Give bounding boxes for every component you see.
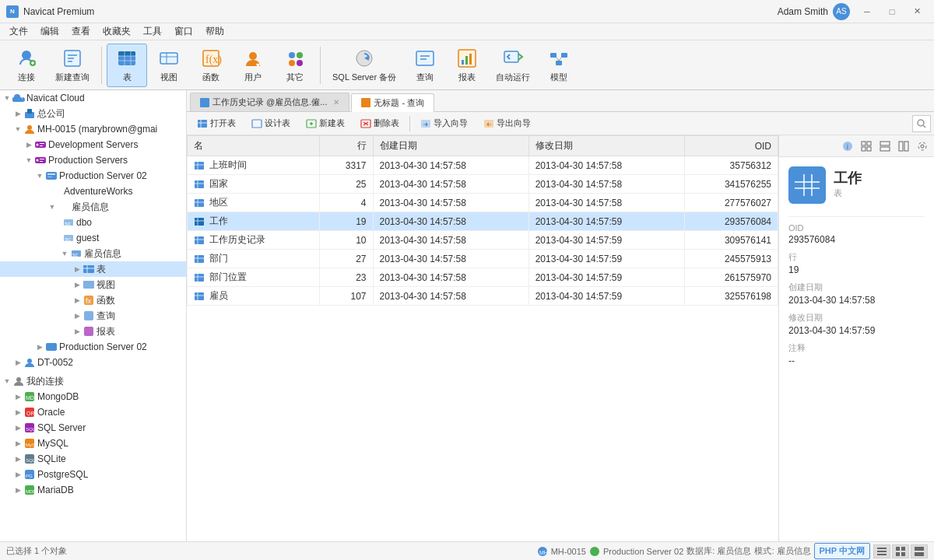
toolbar-connect[interactable]: 连接 bbox=[6, 44, 47, 87]
sidebar-sqlserver[interactable]: ▶ SQL SQL Server bbox=[0, 420, 186, 436]
menu-bar: 文件 编辑 查看 收藏夹 工具 窗口 帮助 bbox=[0, 23, 934, 40]
sidebar-yuangong-info[interactable]: ▼ DB 雇员信息 bbox=[0, 199, 186, 215]
toolbar-view[interactable]: 视图 bbox=[149, 44, 189, 87]
settings-btn[interactable] bbox=[914, 138, 931, 155]
new-table-btn[interactable]: 新建表 bbox=[299, 114, 352, 132]
php-badge[interactable]: PHP 中文网 bbox=[814, 543, 870, 559]
close-button[interactable]: ✕ bbox=[906, 4, 928, 19]
col-created[interactable]: 创建日期 bbox=[373, 136, 528, 156]
toolbar-model[interactable]: 模型 bbox=[539, 44, 579, 87]
sidebar-mh0015[interactable]: ▼ MH-0015 (marybrown@gmai bbox=[0, 121, 186, 137]
sidebar-prod-servers[interactable]: ▼ Production Servers bbox=[0, 152, 186, 168]
toolbar-new-query[interactable]: 新建查询 bbox=[48, 44, 97, 87]
sidebar-my-connections[interactable]: ▼ 我的连接 bbox=[0, 373, 186, 389]
sidebar-navicat-cloud[interactable]: ▼ Navicat Cloud bbox=[0, 90, 186, 106]
menu-help[interactable]: 帮助 bbox=[199, 23, 230, 40]
svg-rect-138 bbox=[867, 147, 871, 151]
sidebar-oracle[interactable]: ▶ ORA Oracle bbox=[0, 404, 186, 420]
delete-table-btn[interactable]: 删除表 bbox=[353, 114, 406, 132]
table-row[interactable]: 上班时间 3317 2013-04-30 14:57:58 2013-04-30… bbox=[188, 156, 778, 175]
svg-rect-112 bbox=[195, 180, 204, 188]
import-btn[interactable]: 导入向导 bbox=[413, 114, 475, 132]
sidebar-prod-server-02[interactable]: ▼ Production Server 02 bbox=[0, 168, 186, 184]
toolbar-backup[interactable]: SQL Server 备份 bbox=[325, 44, 403, 87]
sidebar-company[interactable]: ▶ 总公司 bbox=[0, 106, 186, 121]
tab-history[interactable]: 工作历史记录 @雇员信息.僱... ✕ bbox=[190, 93, 349, 111]
sidebar-func-folder[interactable]: ▶ fx 函数 bbox=[0, 292, 186, 308]
sidebar-table-folder[interactable]: ▶ 表 bbox=[0, 261, 186, 277]
sidebar-report-folder[interactable]: ▶ 报表 bbox=[0, 324, 186, 339]
menu-window[interactable]: 窗口 bbox=[168, 23, 199, 40]
split-btn[interactable] bbox=[876, 138, 894, 155]
col-name[interactable]: 名 bbox=[188, 136, 320, 156]
toolbar-table[interactable]: 表 bbox=[107, 44, 147, 87]
export-btn[interactable]: 导出向导 bbox=[476, 114, 538, 132]
tab-history-close[interactable]: ✕ bbox=[333, 98, 339, 107]
open-table-btn[interactable]: 打开表 bbox=[190, 114, 243, 132]
minimize-button[interactable]: ─ bbox=[856, 4, 878, 19]
dbo-label: dbo bbox=[76, 217, 92, 228]
sidebar-postgresql[interactable]: ▶ PG PostgreSQL bbox=[0, 467, 186, 482]
table-row[interactable]: 雇员 107 2013-04-30 14:57:58 2013-04-30 14… bbox=[188, 287, 778, 306]
tab-untitled[interactable]: 无标题 - 查询 bbox=[351, 93, 434, 112]
user-label: 用户 bbox=[244, 72, 262, 83]
sidebar-guest[interactable]: sc guest bbox=[0, 230, 186, 246]
adventure-works-icon: DB bbox=[50, 185, 62, 198]
table-row[interactable]: 部门 27 2013-04-30 14:57:58 2013-04-30 14:… bbox=[188, 250, 778, 268]
cell-name: 地区 bbox=[188, 194, 320, 212]
table-row[interactable]: 工作历史记录 10 2013-04-30 14:57:58 2013-04-30… bbox=[188, 231, 778, 250]
menu-view[interactable]: 查看 bbox=[65, 23, 97, 40]
sidebar-query-folder[interactable]: ▶ 查询 bbox=[0, 308, 186, 324]
sidebar-view-folder[interactable]: ▶ 视图 bbox=[0, 277, 186, 292]
search-box[interactable] bbox=[912, 115, 931, 132]
col-oid[interactable]: OID bbox=[684, 136, 778, 156]
table-row[interactable]: 国家 25 2013-04-30 14:57:58 2013-04-30 14:… bbox=[188, 175, 778, 194]
svg-line-108 bbox=[923, 125, 925, 128]
report-expand: ▶ bbox=[73, 327, 81, 335]
sidebar-prod-server-02b[interactable]: ▶ Production Server 02 bbox=[0, 339, 186, 355]
table-row[interactable]: 部门位置 23 2013-04-30 14:57:58 2013-04-30 1… bbox=[188, 268, 778, 287]
svg-rect-155 bbox=[877, 554, 887, 555]
svg-point-22 bbox=[297, 52, 303, 58]
svg-rect-91 bbox=[198, 120, 207, 128]
sidebar-yuangong-schema[interactable]: ▼ sc 雇员信息 bbox=[0, 246, 186, 261]
sidebar-sqlite[interactable]: ▶ SQLite SQLite bbox=[0, 451, 186, 467]
toolbar-user[interactable]: ▼ 用户 bbox=[233, 44, 273, 87]
maximize-button[interactable]: □ bbox=[881, 4, 903, 19]
col-modified[interactable]: 修改日期 bbox=[528, 136, 684, 156]
toolbar-function[interactable]: f(x) 函数 bbox=[191, 44, 231, 87]
field-value: 2013-04-30 14:57:59 bbox=[788, 325, 925, 336]
sidebar-adventure-works[interactable]: DB AdventureWorks bbox=[0, 184, 186, 199]
sidebar-dt0052[interactable]: ▶ DT-0052 bbox=[0, 355, 186, 370]
sidebar-mongodb[interactable]: ▶ MDB MongoDB bbox=[0, 389, 186, 404]
grid-btn[interactable] bbox=[858, 138, 875, 155]
mh0015-expand: ▼ bbox=[14, 125, 22, 133]
report-icon bbox=[455, 47, 479, 70]
view-folder-icon bbox=[83, 278, 95, 291]
sidebar-mariadb[interactable]: ▶ MDB MariaDB bbox=[0, 482, 186, 498]
menu-tools[interactable]: 工具 bbox=[137, 23, 168, 40]
svg-rect-127 bbox=[195, 274, 204, 282]
info-btn[interactable]: i bbox=[839, 138, 856, 155]
toolbar-query[interactable]: 查询 bbox=[405, 44, 445, 87]
design-table-btn[interactable]: 设计表 bbox=[244, 114, 297, 132]
status-list-view-btn[interactable] bbox=[873, 544, 890, 558]
col-rows[interactable]: 行 bbox=[320, 136, 373, 156]
report-folder-icon bbox=[83, 325, 95, 338]
menu-edit[interactable]: 编辑 bbox=[34, 23, 65, 40]
table-row[interactable]: 地区 4 2013-04-30 14:57:58 2013-04-30 14:5… bbox=[188, 194, 778, 212]
menu-favorites[interactable]: 收藏夹 bbox=[97, 23, 137, 40]
svg-rect-67 bbox=[83, 281, 94, 289]
sidebar-dev-servers[interactable]: ▶ Development Servers bbox=[0, 137, 186, 152]
table-row[interactable]: 工作 19 2013-04-30 14:57:58 2013-04-30 14:… bbox=[188, 212, 778, 231]
toolbar-report[interactable]: 报表 bbox=[447, 44, 487, 87]
sidebar-mysql[interactable]: ▶ MySQL MySQL bbox=[0, 436, 186, 451]
menu-file[interactable]: 文件 bbox=[3, 23, 34, 40]
toolbar-auto-run[interactable]: 自动运行 bbox=[489, 44, 537, 87]
col-split-btn[interactable] bbox=[895, 138, 912, 155]
status-grid-view-btn[interactable] bbox=[892, 544, 909, 558]
toolbar-other[interactable]: 其它 bbox=[275, 44, 315, 87]
sidebar-dbo[interactable]: sc dbo bbox=[0, 215, 186, 230]
status-detail-view-btn[interactable] bbox=[911, 544, 928, 558]
cell-created: 2013-04-30 14:57:58 bbox=[373, 231, 528, 250]
